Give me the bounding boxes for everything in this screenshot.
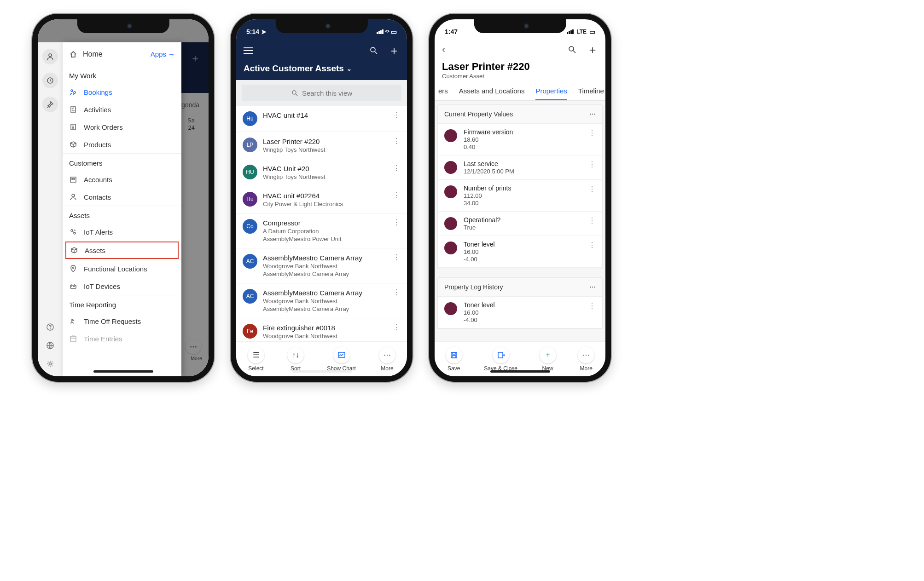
gear-icon[interactable] (46, 360, 54, 370)
add-icon[interactable]: ＋ (389, 43, 400, 58)
nav-accounts[interactable]: Accounts (63, 171, 181, 188)
new-button[interactable]: ＋New (540, 347, 556, 372)
list-item[interactable]: ACAssemblyMaestro Camera ArrayWoodgrove … (236, 248, 407, 283)
property-value-2: 34.00 (464, 200, 596, 207)
row-menu-icon[interactable]: ⋮ (393, 288, 401, 297)
avatar-icon[interactable] (42, 49, 58, 64)
notch (275, 19, 367, 33)
more-button[interactable]: ⋯More (578, 347, 594, 372)
list-item[interactable]: HuHVAC unit #14⋮ (236, 106, 407, 132)
add-icon[interactable]: ＋ (587, 42, 598, 57)
item-title: HVAC Unit #20 (263, 165, 401, 173)
nav-iot-devices[interactable]: IoT Devices (63, 277, 181, 295)
section-mywork: My Work (63, 66, 181, 83)
item-sub1: A Datum Corporation (263, 228, 401, 235)
list-item[interactable]: HuHVAC unit #02264City Power & Light Ele… (236, 186, 407, 213)
more-button[interactable]: ⋯More (379, 347, 395, 372)
property-value-1: 16.00 (464, 309, 596, 316)
row-menu-icon[interactable]: ⋮ (393, 218, 401, 227)
record-subtitle: Customer Asset (435, 73, 605, 83)
row-menu-icon[interactable]: ⋮ (393, 191, 401, 200)
svg-point-5 (49, 363, 52, 365)
card-menu-icon[interactable]: ⋯ (589, 283, 596, 291)
apps-link[interactable]: Apps → (151, 50, 175, 58)
row-menu-icon[interactable]: ⋮ (393, 110, 401, 119)
network-label: LTE (576, 29, 587, 35)
property-dot-icon (444, 217, 457, 230)
property-dot-icon (444, 242, 457, 254)
nav-products[interactable]: Products (63, 136, 181, 153)
tab-assets-locations[interactable]: Assets and Locations (459, 87, 525, 100)
search-input[interactable]: Search this view (242, 85, 401, 101)
show-chart-button[interactable]: Show Chart (327, 347, 356, 372)
nav-time-entries[interactable]: Time Entries (63, 330, 181, 347)
record-title: Laser Printer #220 (435, 59, 605, 73)
globe-icon[interactable] (46, 341, 54, 351)
row-menu-icon[interactable]: ⋮ (588, 301, 596, 310)
row-menu-icon[interactable]: ⋮ (393, 137, 401, 145)
search-icon[interactable] (568, 45, 577, 54)
current-property-values-card: Current Property Values ⋯ Firmware versi… (437, 104, 603, 268)
asset-list[interactable]: HuHVAC unit #14⋮LPLaser Printer #220Wing… (236, 106, 407, 341)
nav-work-orders[interactable]: Work Orders (63, 118, 181, 136)
svg-point-3 (50, 329, 51, 329)
select-button[interactable]: ☰Select (248, 347, 264, 372)
list-item[interactable]: ACAssemblyMaestro Camera ArrayWoodgrove … (236, 283, 407, 318)
card-menu-icon[interactable]: ⋯ (589, 110, 596, 118)
nav-bookings[interactable]: Bookings (63, 83, 181, 101)
item-title: Compressor (263, 219, 401, 227)
property-row[interactable]: Operational?True⋮ (438, 212, 602, 236)
list-item[interactable]: CoCompressorA Datum CorporationAssemblyM… (236, 213, 407, 248)
section-time: Time Reporting (63, 295, 181, 312)
nav-functional-locations[interactable]: Functional Locations (63, 260, 181, 277)
property-row[interactable]: Last service12/1/2020 5:00 PM⋮ (438, 155, 602, 180)
nav-assets[interactable]: Assets (65, 242, 179, 259)
sort-button[interactable]: ↑↓Sort (287, 347, 304, 372)
clock-icon[interactable] (42, 73, 58, 88)
hamburger-icon[interactable] (244, 47, 253, 54)
save-close-button[interactable]: Save & Close (484, 347, 517, 372)
avatar: Co (243, 219, 257, 234)
home-label[interactable]: Home (83, 50, 103, 58)
signal-icon (567, 29, 574, 34)
row-menu-icon[interactable]: ⋮ (588, 160, 596, 169)
property-dot-icon (444, 161, 457, 174)
row-menu-icon[interactable]: ⋮ (588, 128, 596, 137)
chevron-down-icon: ⌄ (347, 65, 352, 72)
svg-rect-18 (70, 336, 76, 341)
row-menu-icon[interactable]: ⋮ (588, 184, 596, 193)
property-row[interactable]: Toner level16.00-4.00⋮ (438, 236, 602, 268)
property-row[interactable]: Firmware version18.600.40⋮ (438, 124, 602, 155)
tab-properties[interactable]: Properties (535, 87, 567, 100)
list-item[interactable]: FeFire extinguisher #0018Woodgrove Bank … (236, 318, 407, 341)
nav-contacts[interactable]: Contacts (63, 188, 181, 206)
view-title[interactable]: Active Customer Assets ⌄ (244, 63, 400, 74)
property-dot-icon (444, 185, 457, 198)
phone-3-properties: 1:47 LTE ▭ ‹ ＋ Laser Printer #220 Custom… (429, 14, 611, 382)
help-icon[interactable] (46, 323, 54, 333)
back-icon[interactable]: ‹ (442, 44, 445, 56)
avatar: AC (243, 254, 257, 269)
list-item[interactable]: HUHVAC Unit #20Wingtip Toys Northwest⋮ (236, 159, 407, 186)
tab-timeline[interactable]: Timeline (578, 87, 604, 100)
nav-time-off[interactable]: Time Off Requests (63, 312, 181, 330)
list-item[interactable]: LPLaser Printer #220Wingtip Toys Northwe… (236, 132, 407, 159)
row-menu-icon[interactable]: ⋮ (588, 241, 596, 249)
nav-activities[interactable]: Activities (63, 101, 181, 118)
item-sub1: Wingtip Toys Northwest (263, 146, 401, 153)
tab-truncated[interactable]: ers (438, 87, 448, 100)
pin-icon[interactable] (42, 97, 58, 112)
row-menu-icon[interactable]: ⋮ (393, 323, 401, 332)
save-button[interactable]: Save (446, 347, 462, 372)
property-row[interactable]: Number of prints112.0034.00⋮ (438, 180, 602, 212)
row-menu-icon[interactable]: ⋮ (393, 164, 401, 173)
property-dot-icon (444, 129, 457, 142)
property-row[interactable]: Toner level16.00-4.00⋮ (438, 297, 602, 328)
row-menu-icon[interactable]: ⋮ (393, 253, 401, 262)
avatar: Fe (243, 324, 257, 339)
search-icon[interactable] (369, 46, 378, 55)
row-menu-icon[interactable]: ⋮ (588, 216, 596, 225)
nav-iot-alerts[interactable]: IoT Alerts (63, 223, 181, 241)
nav-panel: Home Apps → My Work Bookings Activities … (63, 42, 181, 376)
svg-rect-8 (71, 107, 76, 112)
